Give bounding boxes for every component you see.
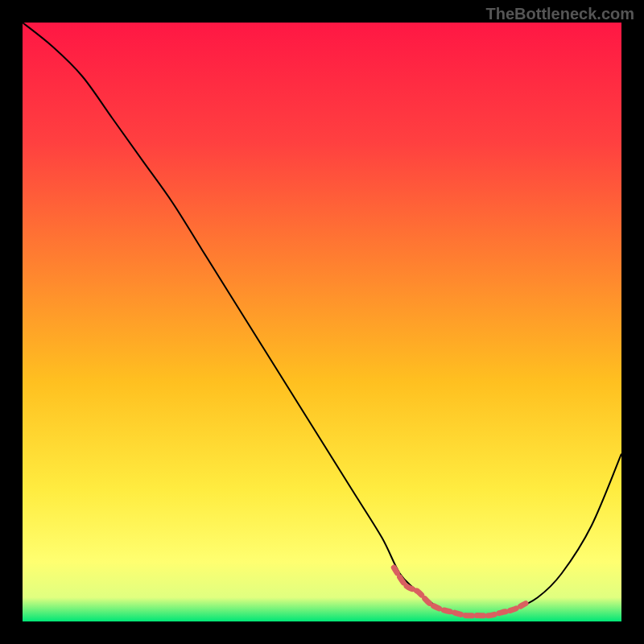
- highlight-curve-line: [394, 568, 526, 616]
- main-curve-line: [23, 23, 621, 617]
- chart-container: [23, 23, 621, 621]
- curve-overlay: [23, 23, 621, 621]
- watermark-text: TheBottleneck.com: [486, 5, 634, 23]
